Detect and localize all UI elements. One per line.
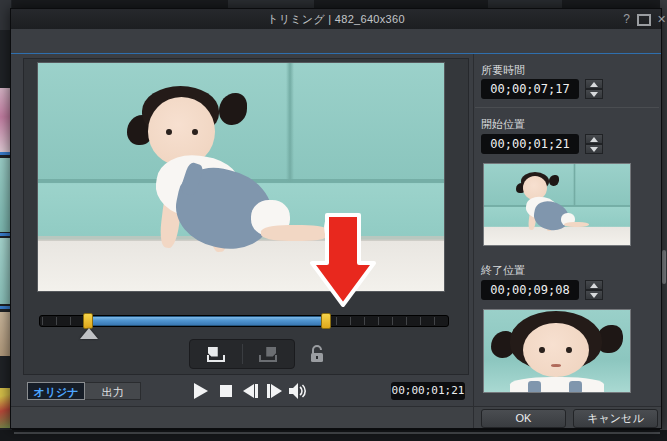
stop-icon xyxy=(220,385,232,397)
video-frame xyxy=(37,62,445,292)
play-icon xyxy=(193,383,208,399)
help-icon[interactable]: ? xyxy=(619,12,634,26)
end-position-field[interactable]: 00;00;09;08 xyxy=(481,280,579,300)
cancel-button[interactable]: キャンセル xyxy=(573,409,658,428)
volume-icon xyxy=(289,383,307,399)
baby-eye xyxy=(566,347,572,354)
spinner-up-icon xyxy=(590,137,598,142)
mark-out-icon xyxy=(259,347,277,362)
baby-eye xyxy=(166,129,172,135)
trim-timeline[interactable] xyxy=(39,315,449,327)
duration-label: 所要時間 xyxy=(481,63,651,77)
baby-overall-strap xyxy=(528,381,541,392)
tab-output[interactable]: 出力 xyxy=(85,382,141,400)
end-position-spinner xyxy=(585,280,603,300)
lock-keyhole xyxy=(316,356,318,359)
current-timecode: 00;00;01;21 xyxy=(391,382,465,400)
spinner-down-icon xyxy=(590,147,598,152)
spinner-up-icon xyxy=(590,82,598,87)
mark-out-button[interactable] xyxy=(243,340,295,368)
step-back-button[interactable] xyxy=(239,380,261,402)
stop-button[interactable] xyxy=(215,380,237,402)
tab-original[interactable]: オリジナル xyxy=(27,382,85,400)
video-preview-scene xyxy=(38,63,444,291)
mark-button-group xyxy=(189,339,295,369)
baby-overall-strap xyxy=(569,381,582,392)
spinner-down-icon xyxy=(590,92,598,97)
baby-eye xyxy=(192,129,198,135)
background-topbar-segment xyxy=(228,0,314,8)
accent-divider xyxy=(11,53,661,54)
playhead-marker[interactable] xyxy=(80,328,98,339)
duration-spinner xyxy=(585,79,603,99)
mark-in-button[interactable] xyxy=(190,340,242,368)
spinner-down-button[interactable] xyxy=(585,144,603,154)
trim-selected-range[interactable] xyxy=(88,316,325,326)
trim-dialog: トリミング | 482_640x360 ? ✕ xyxy=(10,8,662,429)
play-button[interactable] xyxy=(189,380,211,402)
unlock-icon xyxy=(313,346,321,353)
trim-end-handle[interactable] xyxy=(321,313,331,329)
preview-panel xyxy=(23,58,469,375)
lock-toggle-button[interactable] xyxy=(308,344,326,363)
step-back-icon xyxy=(243,384,258,398)
spinner-up-button[interactable] xyxy=(585,79,603,89)
mark-in-icon xyxy=(207,347,225,362)
sofa-cushion-gap xyxy=(573,164,576,206)
baby-face xyxy=(523,323,589,377)
titlebar[interactable]: トリミング | 482_640x360 ? ✕ xyxy=(11,9,661,29)
right-panel-divider xyxy=(475,107,659,108)
step-forward-button[interactable] xyxy=(263,380,285,402)
background-bottom-line xyxy=(14,432,660,434)
duration-field[interactable]: 00;00;07;17 xyxy=(481,79,579,99)
ok-button[interactable]: OK xyxy=(481,409,566,428)
spinner-up-button[interactable] xyxy=(585,134,603,144)
volume-button[interactable] xyxy=(287,380,309,402)
baby-shirt xyxy=(510,377,603,392)
end-thumbnail-scene xyxy=(484,310,630,392)
panel-divider xyxy=(473,54,474,428)
baby-pigtail-right xyxy=(219,93,247,125)
background-bottom-edge xyxy=(0,430,667,441)
end-frame-thumbnail xyxy=(483,309,631,393)
maximize-icon[interactable] xyxy=(637,14,651,26)
spinner-down-button[interactable] xyxy=(585,290,603,300)
start-thumbnail-scene xyxy=(484,164,630,245)
trim-start-handle[interactable] xyxy=(83,313,93,329)
close-icon[interactable]: ✕ xyxy=(654,12,667,26)
background-scrollbar-knob xyxy=(662,250,666,284)
start-position-label: 開始位置 xyxy=(481,117,651,131)
red-arrow-annotation xyxy=(310,213,376,309)
baby-leg xyxy=(564,222,589,228)
spinner-up-button[interactable] xyxy=(585,280,603,290)
start-position-field[interactable]: 00;00;01;21 xyxy=(481,134,579,154)
end-position-label: 終了位置 xyxy=(481,263,651,277)
step-forward-icon xyxy=(267,384,282,398)
baby-pigtail-right xyxy=(549,175,559,186)
spinner-down-icon xyxy=(590,293,598,298)
spinner-up-icon xyxy=(590,283,598,288)
spinner-down-button[interactable] xyxy=(585,89,603,99)
dialog-title: トリミング | 482_640x360 xyxy=(11,9,661,29)
sofa-cushion-gap xyxy=(286,63,294,182)
start-frame-thumbnail xyxy=(483,163,631,246)
start-position-spinner xyxy=(585,134,603,154)
background-topbar-segment xyxy=(488,0,562,8)
baby-mouth xyxy=(551,364,561,366)
